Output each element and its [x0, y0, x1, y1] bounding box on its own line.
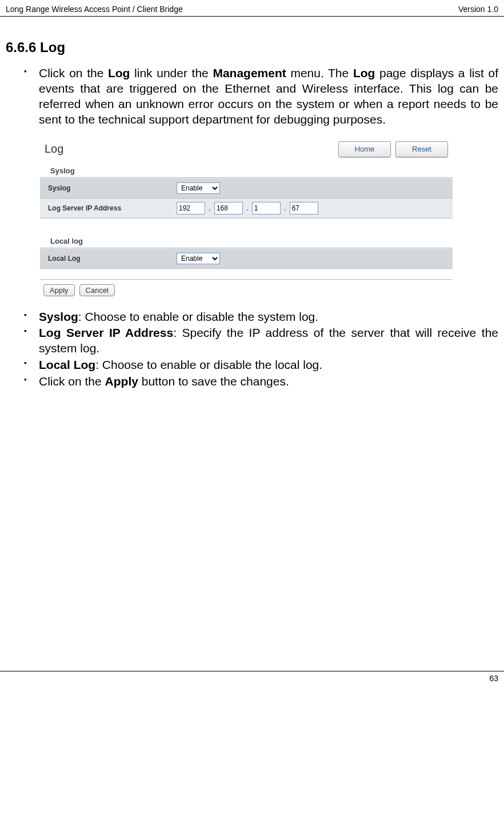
screenshot-header: Log Home Reset	[34, 138, 458, 161]
page-header: Long Range Wireless Access Point / Clien…	[0, 0, 504, 17]
bold-log2: Log	[353, 66, 375, 79]
section-heading: 6.6.6 Log	[6, 39, 498, 55]
ip-octet-2[interactable]	[214, 202, 243, 214]
text: button to save the changes.	[138, 375, 289, 388]
syslog-section-label: Syslog	[40, 161, 453, 178]
text: Click on the	[39, 375, 105, 388]
bold-management: Management	[213, 66, 286, 79]
ip-octet-1[interactable]	[177, 202, 205, 214]
bullet-icon: ▪	[24, 359, 27, 367]
reset-button[interactable]: Reset	[395, 141, 448, 157]
bullet-icon: ▪	[24, 67, 27, 75]
bold: Log Server IP Address	[39, 326, 173, 339]
ip-octet-3[interactable]	[252, 202, 281, 214]
ip-dot: .	[206, 203, 213, 212]
content: 6.6.6 Log ▪ Click on the Log link under …	[0, 17, 504, 402]
bullet-apply: Click on the Apply button to save the ch…	[39, 374, 498, 389]
local-log-label: Local Log	[48, 255, 177, 263]
bold: Local Log	[39, 358, 95, 371]
embedded-screenshot: Log Home Reset Syslog Syslog Enable Log …	[34, 138, 458, 299]
local-log-row: Local Log Enable	[40, 248, 453, 269]
intro-block: ▪ Click on the Log link under the Manage…	[39, 66, 498, 128]
bullet-local: Local Log: Choose to enable or disable t…	[39, 357, 498, 373]
ip-group: . . .	[177, 202, 318, 214]
syslog-select[interactable]: Enable	[177, 182, 220, 194]
page-footer: 63	[0, 671, 504, 685]
syslog-label: Syslog	[48, 184, 177, 192]
bullet-icon: ▪	[24, 311, 27, 319]
text: : Choose to enable or disable the local …	[95, 358, 322, 371]
bold: Syslog	[39, 310, 78, 323]
text: Click on the	[39, 66, 108, 79]
syslog-row: Syslog Enable	[40, 178, 453, 198]
intro-text: Click on the Log link under the Manageme…	[39, 66, 498, 128]
bullet-list: ▪ Syslog: Choose to enable or disable th…	[39, 309, 498, 389]
bold-log: Log	[108, 66, 130, 79]
text: menu. The	[286, 66, 353, 79]
bullet-icon: ▪	[24, 327, 27, 335]
bullet-syslog: Syslog: Choose to enable or disable the …	[39, 309, 498, 325]
ip-row: Log Server IP Address . . .	[40, 198, 453, 218]
header-left: Long Range Wireless Access Point / Clien…	[6, 5, 183, 14]
ip-dot: .	[282, 203, 289, 212]
page-number: 63	[489, 674, 498, 683]
header-right: Version 1.0	[458, 5, 498, 14]
ip-octet-4[interactable]	[290, 202, 318, 214]
local-log-select[interactable]: Enable	[177, 253, 220, 264]
text: link under the	[130, 66, 213, 79]
section-number: 6.6.6	[6, 39, 36, 55]
screenshot-footer: Apply Cancel	[40, 279, 453, 299]
cancel-button[interactable]: Cancel	[79, 284, 115, 296]
bold: Apply	[105, 375, 138, 388]
bullet-ip: Log Server IP Address: Specify the IP ad…	[39, 325, 498, 356]
home-button[interactable]: Home	[338, 141, 391, 157]
local-section-label: Local log	[40, 231, 453, 248]
ip-dot: .	[244, 203, 251, 212]
bullet-icon: ▪	[24, 375, 27, 384]
section-title: Log	[40, 39, 65, 55]
ip-label: Log Server IP Address	[48, 204, 177, 212]
screenshot-title: Log	[45, 142, 63, 156]
apply-button[interactable]: Apply	[43, 284, 75, 296]
text: : Choose to enable or disable the system…	[78, 310, 318, 323]
